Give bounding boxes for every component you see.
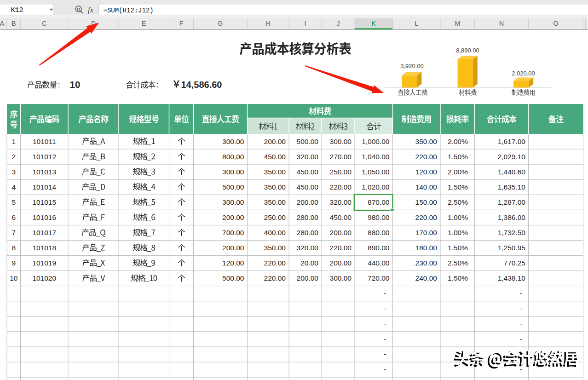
svg-text:14,586.60: 14,586.60 xyxy=(181,80,222,90)
svg-text:440.00: 440.00 xyxy=(368,259,390,267)
svg-text:8,890.00: 8,890.00 xyxy=(456,47,479,54)
svg-text:350.00: 350.00 xyxy=(264,183,286,191)
svg-text:220.00: 220.00 xyxy=(415,213,438,221)
svg-text:K12: K12 xyxy=(11,6,23,14)
svg-text:101014: 101014 xyxy=(32,183,56,191)
svg-text:300.00: 300.00 xyxy=(222,138,244,145)
svg-text:2.00%: 2.00% xyxy=(448,138,468,145)
svg-text:1,050.00: 1,050.00 xyxy=(362,168,390,176)
svg-text:2.50%: 2.50% xyxy=(448,198,468,206)
svg-text:150.00: 150.00 xyxy=(415,198,438,206)
svg-text:700.00: 700.00 xyxy=(222,229,244,236)
svg-text:=SUM(H12:J12): =SUM(H12:J12) xyxy=(104,7,154,14)
svg-text:200.00: 200.00 xyxy=(222,213,244,221)
svg-text:200.00: 200.00 xyxy=(330,259,352,267)
svg-text:I: I xyxy=(305,20,306,27)
svg-text:101017: 101017 xyxy=(32,229,56,236)
svg-text:2,020.00: 2,020.00 xyxy=(512,70,535,77)
svg-text:450.00: 450.00 xyxy=(330,213,352,221)
svg-text::: : xyxy=(58,81,60,89)
svg-text:20.00: 20.00 xyxy=(300,259,318,267)
svg-text:500.00: 500.00 xyxy=(222,183,244,191)
svg-text:140.00: 140.00 xyxy=(415,183,438,191)
svg-text:250.00: 250.00 xyxy=(264,213,286,221)
svg-text:L: L xyxy=(415,20,418,27)
svg-text:101011: 101011 xyxy=(33,138,56,145)
svg-text:fx: fx xyxy=(88,5,94,14)
svg-text:101016: 101016 xyxy=(32,213,56,221)
svg-text:-: - xyxy=(520,289,522,297)
svg-text:101020: 101020 xyxy=(32,274,56,282)
svg-text:500.00: 500.00 xyxy=(222,274,244,282)
svg-text:3,920.00: 3,920.00 xyxy=(400,63,424,69)
svg-text:-: - xyxy=(384,289,386,297)
svg-text:350.00: 350.00 xyxy=(415,138,438,145)
svg-text:220.00: 220.00 xyxy=(264,274,286,282)
svg-text:240.00: 240.00 xyxy=(415,274,438,282)
svg-text:2,029.10: 2,029.10 xyxy=(498,153,526,161)
svg-text:350.00: 350.00 xyxy=(264,198,286,206)
svg-text:200.00: 200.00 xyxy=(297,274,319,282)
svg-text:-: - xyxy=(384,305,386,312)
svg-text:1,438.10: 1,438.10 xyxy=(498,274,526,282)
svg-text:870.00: 870.00 xyxy=(368,198,390,206)
svg-text:300.00: 300.00 xyxy=(222,198,244,206)
svg-text:N: N xyxy=(499,20,504,27)
svg-text:O: O xyxy=(553,20,559,27)
svg-text:270.00: 270.00 xyxy=(330,153,352,161)
svg-text:G: G xyxy=(218,20,223,27)
svg-text:300.00: 300.00 xyxy=(330,274,352,282)
svg-text:200.00: 200.00 xyxy=(222,244,244,252)
svg-text:-: - xyxy=(520,320,522,328)
svg-text:1.00%: 1.00% xyxy=(448,229,468,236)
svg-text:2.50%: 2.50% xyxy=(448,259,468,267)
svg-text:-: - xyxy=(384,365,386,373)
svg-text:200.00: 200.00 xyxy=(297,198,319,206)
svg-text:-: - xyxy=(520,335,522,343)
svg-text:1,617.00: 1,617.00 xyxy=(498,138,526,145)
svg-text:C: C xyxy=(42,20,46,27)
svg-text:1,440.60: 1,440.60 xyxy=(498,168,526,176)
svg-text::: : xyxy=(156,81,158,89)
svg-text:450.00: 450.00 xyxy=(297,183,319,191)
svg-text:101018: 101018 xyxy=(32,244,56,252)
svg-text:320.00: 320.00 xyxy=(297,153,319,161)
svg-text:101019: 101019 xyxy=(32,259,56,267)
svg-text:320.00: 320.00 xyxy=(297,244,319,252)
svg-text:2: 2 xyxy=(12,153,16,161)
svg-text:2.00%: 2.00% xyxy=(448,168,468,176)
svg-text:-: - xyxy=(384,335,386,343)
svg-text:R: R xyxy=(77,6,80,12)
svg-text:5: 5 xyxy=(12,198,16,206)
svg-text:M: M xyxy=(455,20,460,27)
svg-text:720.00: 720.00 xyxy=(368,274,390,282)
svg-text:880.00: 880.00 xyxy=(368,229,390,236)
svg-text:1.50%: 1.50% xyxy=(448,274,468,282)
svg-text:1.50%: 1.50% xyxy=(448,244,468,252)
svg-text:10: 10 xyxy=(10,274,18,282)
svg-text:280.00: 280.00 xyxy=(297,229,319,236)
svg-text:F: F xyxy=(179,20,184,27)
svg-text:1.50%: 1.50% xyxy=(448,153,468,161)
svg-text:1: 1 xyxy=(12,138,16,145)
svg-text:B: B xyxy=(12,20,16,27)
svg-text:1,000.00: 1,000.00 xyxy=(362,138,390,145)
svg-text:350.00: 350.00 xyxy=(264,244,286,252)
svg-text:H: H xyxy=(266,20,271,27)
svg-text:300.00: 300.00 xyxy=(330,138,352,145)
svg-text:980.00: 980.00 xyxy=(368,213,390,221)
svg-text:220.00: 220.00 xyxy=(264,259,286,267)
svg-text:1.00%: 1.00% xyxy=(448,213,468,221)
svg-text:A: A xyxy=(0,20,5,27)
svg-text:250.00: 250.00 xyxy=(330,168,352,176)
svg-text:120.00: 120.00 xyxy=(222,259,244,267)
svg-text:280.00: 280.00 xyxy=(297,213,319,221)
svg-text:320.00: 320.00 xyxy=(330,198,352,206)
svg-text:101013: 101013 xyxy=(32,168,56,176)
svg-text:800.00: 800.00 xyxy=(222,153,244,161)
svg-text:1,635.10: 1,635.10 xyxy=(498,183,526,191)
svg-text:120.00: 120.00 xyxy=(415,168,438,176)
svg-text:3: 3 xyxy=(12,168,16,176)
svg-text:1,386.00: 1,386.00 xyxy=(498,213,526,221)
svg-text:6: 6 xyxy=(12,213,16,221)
